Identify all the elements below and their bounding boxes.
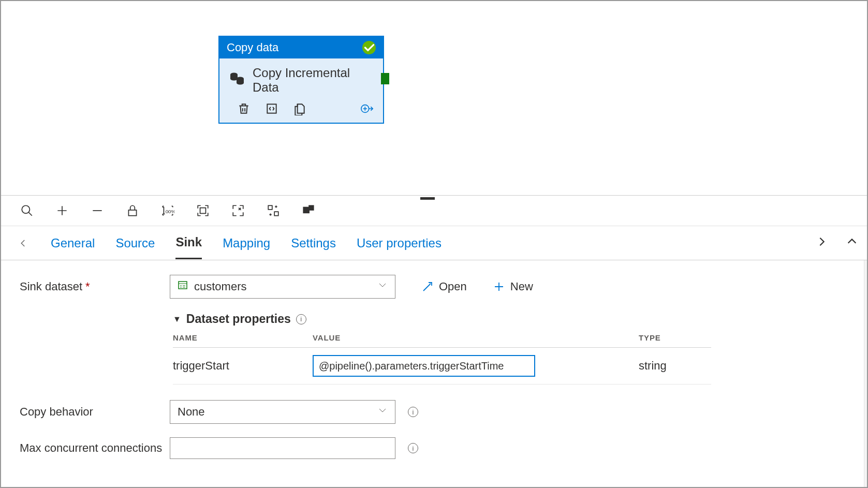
open-dataset-button[interactable]: Open: [421, 280, 467, 293]
tab-user-properties[interactable]: User properties: [357, 228, 442, 259]
svg-rect-5: [128, 210, 136, 216]
pipeline-canvas[interactable]: Copy data Copy Incremental Data: [1, 1, 867, 195]
sink-panel: Sink dataset * customers Open New ▼ Data…: [1, 260, 867, 487]
svg-rect-9: [274, 212, 278, 216]
lock-icon[interactable]: [125, 203, 140, 218]
column-header-value: VALUE: [313, 333, 639, 342]
sink-dataset-value: customers: [194, 280, 246, 293]
param-name: triggerStart: [173, 359, 313, 373]
properties-tabs: General Source Sink Mapping Settings Use…: [1, 226, 867, 260]
clone-icon[interactable]: [293, 102, 306, 115]
canvas-toolbar: 00%: [1, 195, 867, 226]
activity-header[interactable]: Copy data: [219, 37, 383, 58]
new-dataset-button[interactable]: New: [493, 280, 533, 293]
copy-behavior-select[interactable]: None: [170, 400, 395, 424]
tab-scroll-left-icon[interactable]: [17, 239, 30, 248]
add-output-icon[interactable]: [360, 102, 374, 115]
code-icon[interactable]: [265, 102, 278, 115]
zoom-100-icon[interactable]: 00%: [160, 203, 175, 218]
new-label: New: [510, 280, 533, 293]
svg-rect-8: [268, 205, 272, 210]
info-icon[interactable]: i: [408, 443, 418, 453]
copy-behavior-value: None: [178, 405, 205, 419]
max-connections-label: Max concurrent connections: [20, 441, 162, 455]
svg-rect-10: [303, 208, 309, 213]
activity-name: Copy Incremental Data: [253, 66, 377, 95]
sink-dataset-label: Sink dataset: [20, 280, 82, 293]
activity-body: Copy Incremental Data: [219, 58, 383, 99]
sink-dataset-select[interactable]: customers: [170, 275, 395, 299]
tab-sink[interactable]: Sink: [175, 227, 202, 259]
svg-point-4: [22, 205, 30, 213]
auto-align-icon[interactable]: [266, 203, 281, 218]
copy-data-icon: [229, 70, 245, 90]
zoom-out-icon[interactable]: [90, 203, 105, 218]
collapse-triangle-icon: ▼: [173, 315, 181, 324]
dataset-properties-table: NAME VALUE TYPE triggerStart string: [173, 333, 711, 385]
param-type: string: [639, 359, 711, 373]
param-value-input[interactable]: [313, 355, 535, 377]
table-row: triggerStart string: [173, 348, 711, 385]
dataset-properties-title: Dataset properties: [186, 312, 291, 326]
validation-success-icon: [362, 41, 376, 54]
dataset-icon: [178, 280, 188, 293]
scrollbar[interactable]: [864, 260, 867, 487]
collapse-panel-icon[interactable]: [846, 236, 858, 250]
dataset-properties-header[interactable]: ▼ Dataset properties i: [173, 312, 848, 326]
delete-icon[interactable]: [237, 102, 251, 115]
svg-text:00%: 00%: [166, 209, 174, 214]
panel-resize-handle[interactable]: [420, 197, 435, 200]
tab-mapping[interactable]: Mapping: [223, 228, 270, 259]
max-connections-input[interactable]: [170, 437, 395, 459]
activity-output-handle[interactable]: [381, 73, 389, 84]
svg-rect-12: [179, 282, 187, 289]
chevron-down-icon: [377, 280, 388, 293]
svg-rect-2: [267, 104, 276, 113]
tab-scroll-right-icon[interactable]: [816, 236, 828, 250]
column-header-type: TYPE: [639, 333, 711, 342]
tab-general[interactable]: General: [51, 228, 95, 259]
zoom-in-icon[interactable]: [55, 203, 69, 218]
required-asterisk: *: [85, 280, 90, 293]
minimap-icon[interactable]: [301, 203, 316, 218]
activity-type-label: Copy data: [227, 41, 278, 54]
activity-copy-data[interactable]: Copy data Copy Incremental Data: [218, 36, 384, 124]
tab-source[interactable]: Source: [115, 228, 155, 259]
info-icon[interactable]: i: [296, 314, 306, 324]
fit-screen-icon[interactable]: [196, 203, 210, 218]
info-icon[interactable]: i: [408, 407, 418, 417]
copy-behavior-label: Copy behavior: [20, 405, 93, 419]
fullscreen-icon[interactable]: [231, 203, 245, 218]
svg-rect-7: [200, 208, 206, 214]
activity-action-bar: [219, 99, 383, 123]
tab-settings[interactable]: Settings: [291, 228, 336, 259]
chevron-down-icon: [377, 405, 388, 419]
svg-rect-11: [309, 205, 314, 210]
search-icon[interactable]: [20, 203, 34, 218]
open-label: Open: [439, 280, 467, 293]
column-header-name: NAME: [173, 333, 313, 342]
